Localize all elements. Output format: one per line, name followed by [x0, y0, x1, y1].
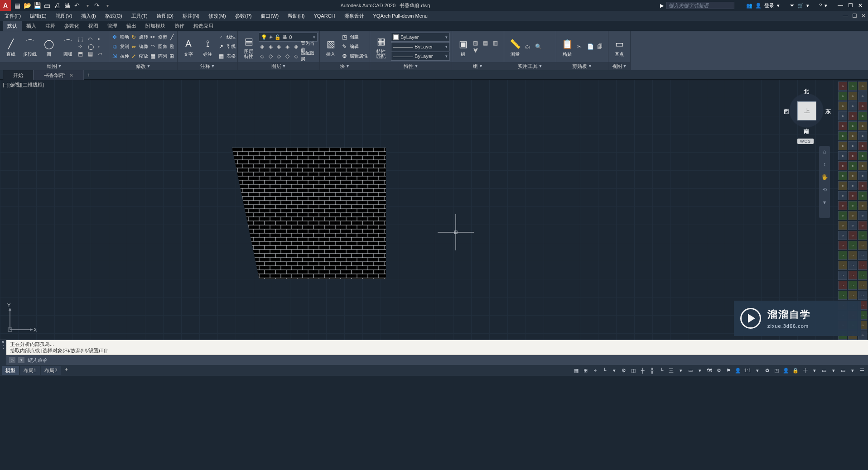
palette-tool-icon[interactable]: ▫: [848, 281, 857, 290]
status-toggle-icon[interactable]: 🗺: [705, 366, 714, 374]
ribbon-small-button[interactable]: ◳创建: [341, 33, 368, 42]
qat-new-icon[interactable]: ▤: [14, 2, 21, 9]
layer-tool-icon[interactable]: ◇: [275, 53, 282, 60]
palette-tool-icon[interactable]: ▫: [848, 241, 857, 250]
help-dropdown-icon[interactable]: ▾: [825, 3, 827, 9]
ribbon-small-button[interactable]: ✥移动: [111, 33, 129, 42]
ribbon-small-button[interactable]: ▦阵列: [149, 52, 167, 61]
palette-tool-icon[interactable]: ▫: [858, 231, 867, 240]
palette-tool-icon[interactable]: ▫: [848, 181, 857, 190]
palette-tool-icon[interactable]: ▫: [838, 201, 847, 210]
status-toggle-icon[interactable]: ▾: [677, 366, 685, 374]
layer-tool-icon[interactable]: ◇: [284, 53, 291, 60]
palette-tool-icon[interactable]: ▫: [848, 231, 857, 240]
ribbon-small-icon[interactable]: ⮟: [473, 47, 482, 53]
login-icon[interactable]: 👤: [755, 3, 762, 9]
palette-tool-icon[interactable]: ▫: [858, 141, 867, 150]
palette-tool-icon[interactable]: ▫: [838, 231, 847, 240]
palette-tool-icon[interactable]: ▫: [848, 101, 857, 110]
ribbon-big-button[interactable]: ◯圆: [40, 33, 58, 60]
ribbon-small-icon[interactable]: ▤: [88, 51, 97, 57]
ribbon-small-icon[interactable]: ◠: [88, 36, 97, 43]
file-tab-start[interactable]: 开始: [3, 70, 34, 80]
palette-tool-icon[interactable]: ▫: [838, 221, 847, 230]
ribbon-big-button[interactable]: 📏测量: [506, 33, 524, 60]
viewcube-top-face[interactable]: 上: [797, 101, 816, 120]
palette-tool-icon[interactable]: ▫: [858, 211, 867, 220]
ribbon-small-button[interactable]: ⟋线性: [217, 33, 236, 42]
layout-tab-layout2[interactable]: 布局2: [41, 366, 61, 375]
navigation-bar[interactable]: ⌂↕🖐⟲▾: [819, 146, 830, 218]
ribbon-panel-title[interactable]: 组 ▼: [452, 62, 504, 70]
ribbon-small-icon[interactable]: ✂: [577, 43, 586, 50]
ribbon-small-button[interactable]: ⇲拉伸: [111, 52, 129, 61]
menu-item[interactable]: YQArch Pull-down Menu: [369, 11, 432, 21]
qat-plot-icon[interactable]: 🖨: [53, 2, 61, 9]
palette-tool-icon[interactable]: ▫: [858, 251, 867, 260]
palette-tool-icon[interactable]: ▫: [838, 111, 847, 120]
file-tab-close-icon[interactable]: ✕: [69, 70, 73, 80]
ribbon-tab[interactable]: 精选应用: [189, 21, 218, 31]
palette-tool-icon[interactable]: ▫: [838, 101, 847, 110]
palette-tool-icon[interactable]: ▫: [858, 111, 867, 120]
doc-maximize-icon[interactable]: ☐: [850, 13, 859, 19]
palette-tool-icon[interactable]: ▫: [838, 261, 847, 270]
ribbon-small-button[interactable]: ↻旋转: [130, 33, 148, 42]
doc-minimize-icon[interactable]: —: [841, 13, 850, 19]
viewcube[interactable]: 北 南 西 东 上 WCS: [782, 86, 831, 145]
app-logo[interactable]: A: [0, 0, 11, 11]
menu-item[interactable]: 源泉设计: [340, 11, 369, 21]
nav-tool-icon[interactable]: ↕: [821, 161, 828, 168]
file-tab-add-icon[interactable]: ＋: [84, 71, 94, 79]
palette-tool-icon[interactable]: ▫: [838, 91, 847, 101]
ribbon-panel-title[interactable]: 实用工具 ▼: [504, 62, 556, 70]
ribbon-small-button[interactable]: ✎编辑: [341, 42, 368, 51]
ribbon-panel-title[interactable]: 绘图 ▼: [0, 62, 109, 70]
chevron-down-icon[interactable]: ▼: [346, 62, 350, 70]
status-toggle-icon[interactable]: └: [658, 366, 666, 374]
status-toggle-icon[interactable]: 👤: [734, 366, 742, 374]
ribbon-panel-title[interactable]: 视图 ▼: [608, 62, 630, 70]
ribbon-small-button[interactable]: ⇔镜像: [130, 42, 148, 51]
status-toggle-icon[interactable]: ⚙: [620, 366, 628, 374]
palette-tool-icon[interactable]: ▫: [838, 171, 847, 180]
ribbon-tab[interactable]: 注释: [41, 21, 60, 31]
ribbon-small-icon[interactable]: 🔍: [535, 43, 544, 50]
palette-tool-icon[interactable]: ▫: [838, 271, 847, 280]
layer-tool-icon[interactable]: ◈: [267, 43, 274, 50]
qat-redo-dropdown-icon[interactable]: ▾: [103, 2, 111, 9]
palette-tool-icon[interactable]: ▫: [858, 131, 867, 140]
ribbon-panel-title[interactable]: 特性 ▼: [370, 62, 452, 70]
ribbon-tab[interactable]: 视图: [84, 21, 103, 31]
ribbon-small-button[interactable]: ↗引线: [217, 42, 236, 51]
palette-tool-icon[interactable]: ▫: [848, 221, 857, 230]
status-toggle-icon[interactable]: ✿: [763, 366, 771, 374]
qat-undo-icon[interactable]: ↶: [73, 2, 81, 9]
ribbon-small-button[interactable]: ⊞: [168, 52, 175, 61]
ribbon-panel-title[interactable]: 剪贴板 ▼: [556, 62, 608, 70]
status-toggle-icon[interactable]: ⊞: [582, 366, 590, 374]
status-toggle-icon[interactable]: ▦: [572, 366, 580, 374]
qat-redo-icon[interactable]: ↷: [93, 2, 101, 9]
status-toggle-icon[interactable]: ┼: [639, 366, 647, 374]
ribbon-panel-title[interactable]: 修改 ▼: [109, 62, 177, 70]
palette-tool-icon[interactable]: ▫: [848, 151, 857, 160]
layer-tool-icon[interactable]: ◈: [275, 43, 282, 50]
nav-tool-icon[interactable]: ⟲: [821, 187, 828, 194]
window-minimize-icon[interactable]: —: [836, 2, 844, 9]
menu-item[interactable]: 窗口(W): [256, 11, 283, 21]
nav-tool-icon[interactable]: ▾: [821, 199, 828, 206]
window-close-icon[interactable]: ✕: [856, 2, 864, 9]
ribbon-small-button[interactable]: ⎘: [168, 42, 175, 51]
ribbon-big-button[interactable]: A文字: [179, 33, 198, 60]
palette-tool-icon[interactable]: ▫: [848, 191, 857, 200]
ribbon-panel-title[interactable]: 注释 ▼: [178, 62, 237, 70]
ribbon-big-button[interactable]: ▤图层特性: [240, 33, 258, 60]
ribbon-small-icon[interactable]: 📄: [587, 43, 596, 50]
layout-tab-add-icon[interactable]: ＋: [62, 366, 71, 375]
palette-tool-icon[interactable]: ▫: [848, 211, 857, 220]
property-selector[interactable]: ———— ByLayer▾: [391, 42, 450, 51]
menu-item[interactable]: 参数(P): [231, 11, 256, 21]
status-toggle-icon[interactable]: 1:1: [743, 366, 752, 374]
menu-item[interactable]: 修改(M): [204, 11, 231, 21]
